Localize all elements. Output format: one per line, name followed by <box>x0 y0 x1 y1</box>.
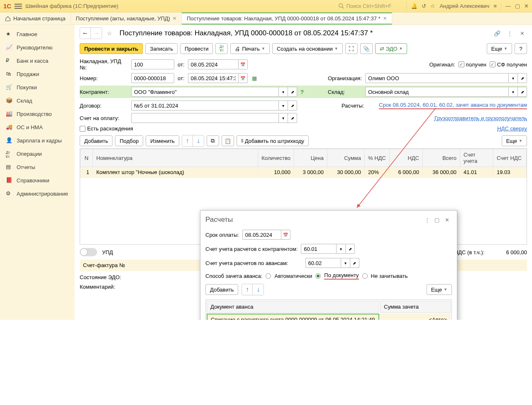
dropdown-icon[interactable]: ▾ <box>337 244 346 254</box>
col-total[interactable]: Всего <box>423 149 460 167</box>
move-down-button[interactable]: ↓ <box>193 135 204 146</box>
popup-move-up-button[interactable]: ↑ <box>242 284 253 295</box>
post-button[interactable]: Провести <box>180 43 213 54</box>
sidebar-item-reports[interactable]: ▤Отчеты <box>0 160 75 174</box>
sidebar-item-admin[interactable]: ⚙Администрирование <box>0 187 75 200</box>
close-icon[interactable]: ✕ <box>517 28 527 38</box>
tab-receipts-list[interactable]: Поступление (акты, накладные, УПД) ✕ <box>71 12 182 25</box>
settings-icon[interactable]: ≡ <box>493 3 497 9</box>
sidebar-item-warehouse[interactable]: 📦Склад <box>0 94 75 107</box>
advance-doc-cell[interactable]: Списание с расчетного счета 0000-000009 … <box>207 314 379 320</box>
link-icon[interactable]: 🔗 <box>492 28 502 38</box>
structure-button[interactable]: ⛶ <box>345 43 358 54</box>
invoice-input[interactable] <box>131 113 279 123</box>
discrepancy-checkbox[interactable]: Есть расхождения <box>80 125 133 132</box>
sidebar-item-purchases[interactable]: 🛒Покупки <box>0 81 75 94</box>
upd-toggle[interactable] <box>80 248 97 256</box>
sidebar-item-assets[interactable]: 🚚ОС и НМА <box>0 120 75 134</box>
sidebar-item-sales[interactable]: 🛍Продажи <box>0 67 75 81</box>
shipper-link[interactable]: Грузоотправитель и грузополучатель <box>434 115 527 121</box>
sidebar-item-manager[interactable]: 📈Руководителю <box>0 41 75 54</box>
popup-kebab-icon[interactable]: ⋮ <box>422 215 432 225</box>
warehouse-input[interactable] <box>365 87 509 97</box>
acc-advance-input[interactable] <box>305 258 341 268</box>
save-button[interactable]: Записать <box>145 43 178 54</box>
hamburger-icon[interactable] <box>15 4 22 9</box>
col-acc[interactable]: Счет учета <box>460 149 493 167</box>
close-window-icon[interactable]: ✕ <box>524 3 529 9</box>
barcode-button[interactable]: ⦀ Добавить по штрихкоду <box>237 135 309 146</box>
sf-received-checkbox[interactable]: ✓СФ получен <box>490 61 527 68</box>
help-icon[interactable]: ? <box>300 89 304 95</box>
edit-button[interactable]: Изменить <box>146 135 179 146</box>
upd-date-input[interactable] <box>188 59 239 69</box>
contract-input[interactable] <box>131 101 279 110</box>
calendar-extra-icon[interactable]: ▦ <box>251 75 258 81</box>
move-up-button[interactable]: ↑ <box>182 135 193 146</box>
col-vat-pct[interactable]: % НДС <box>365 149 390 167</box>
sidebar-item-main[interactable]: ★Главное <box>0 27 75 41</box>
paste-button[interactable]: 📋 <box>222 135 234 146</box>
calendar-icon[interactable]: 📅 <box>281 230 290 240</box>
due-date-input[interactable] <box>242 230 281 240</box>
popup-add-button[interactable]: Добавить <box>205 284 238 295</box>
sidebar-item-bank[interactable]: ₽Банк и касса <box>0 54 75 67</box>
col-sum[interactable]: Сумма <box>327 149 365 167</box>
bell-icon[interactable]: 🔔 <box>411 3 417 9</box>
kebab-icon[interactable]: ⋮ <box>505 28 515 38</box>
edo-button[interactable]: ⇄ ЭДО ▼ <box>375 43 408 54</box>
dropdown-icon[interactable]: ▾ <box>279 113 288 123</box>
radio-auto[interactable] <box>266 273 271 279</box>
upd-no-input[interactable] <box>131 59 174 69</box>
sidebar-item-catalogs[interactable]: 📕Справочники <box>0 174 75 187</box>
popup-more-button[interactable]: Еще ▼ <box>427 284 452 295</box>
calendar-icon[interactable]: 📅 <box>239 73 248 83</box>
dropdown-icon[interactable]: ▾ <box>509 73 518 83</box>
open-icon[interactable]: ⬈ <box>350 258 359 268</box>
tab-home[interactable]: Начальная страница <box>0 12 71 25</box>
received-checkbox[interactable]: ✓получен <box>459 61 486 68</box>
tab-close-icon[interactable]: ✕ <box>383 16 387 21</box>
user-name[interactable]: Андрей Алексеевич <box>439 3 489 9</box>
radio-none[interactable] <box>362 273 368 279</box>
more-button[interactable]: Еще ▼ <box>487 43 512 54</box>
dropdown-icon[interactable]: ▾ <box>279 87 288 97</box>
col-n[interactable]: N <box>81 149 93 167</box>
nav-forward-button[interactable]: → <box>91 28 102 39</box>
calculations-link[interactable]: Срок 08.05.2024, 60.01, 60.02, зачет ава… <box>379 102 527 109</box>
sidebar-item-production[interactable]: 🏭Производство <box>0 107 75 120</box>
dropdown-icon[interactable]: ▾ <box>341 258 350 268</box>
advance-sum-cell[interactable]: <Авто> <box>380 314 451 320</box>
col-acc-vat[interactable]: Счет НДС <box>493 149 527 167</box>
number-input[interactable] <box>131 73 174 83</box>
number-date-input[interactable] <box>188 73 239 83</box>
sidebar-item-payroll[interactable]: 👤Зарплата и кадры <box>0 134 75 147</box>
select-button[interactable]: Подбор <box>115 135 143 146</box>
attach-button[interactable]: 📎 <box>360 43 373 54</box>
col-nomenclature[interactable]: Номенклатура <box>93 149 258 167</box>
create-on-basis-button[interactable]: Создать на основании ▼ <box>272 43 343 54</box>
open-icon[interactable]: ⬈ <box>346 244 355 254</box>
tab-close-icon[interactable]: ✕ <box>173 16 176 21</box>
sidebar-item-operations[interactable]: Дт КтОперации <box>0 147 75 160</box>
acc-counter-input[interactable] <box>301 244 337 254</box>
popup-maximize-icon[interactable]: ▢ <box>432 215 442 225</box>
open-icon[interactable]: ⬈ <box>518 87 527 97</box>
favorite-icon[interactable]: ☆ <box>105 28 115 38</box>
print-button[interactable]: 🖨 Печать ▼ <box>230 43 270 54</box>
open-icon[interactable]: ⬈ <box>518 73 527 83</box>
popup-move-down-button[interactable]: ↓ <box>253 284 264 295</box>
nav-back-button[interactable]: ← <box>80 28 91 39</box>
open-icon[interactable]: ⬈ <box>288 113 297 123</box>
col-vat[interactable]: НДС <box>390 149 423 167</box>
help-button[interactable]: ? <box>515 43 527 54</box>
history-icon[interactable]: ↺ <box>422 3 426 9</box>
minimize-icon[interactable]: — <box>505 3 511 9</box>
open-icon[interactable]: ⬈ <box>288 87 297 97</box>
post-and-close-button[interactable]: Провести и закрыть <box>80 43 143 54</box>
table-row[interactable]: 1 Комплект штор "Ночные (шоколад) 10,000… <box>81 167 527 178</box>
open-icon[interactable]: ⬈ <box>288 101 297 110</box>
org-input[interactable] <box>365 73 509 83</box>
dtkt-button[interactable]: ДтКт <box>215 43 228 54</box>
global-search[interactable]: Поиск Ctrl+Shift+F <box>335 2 395 10</box>
